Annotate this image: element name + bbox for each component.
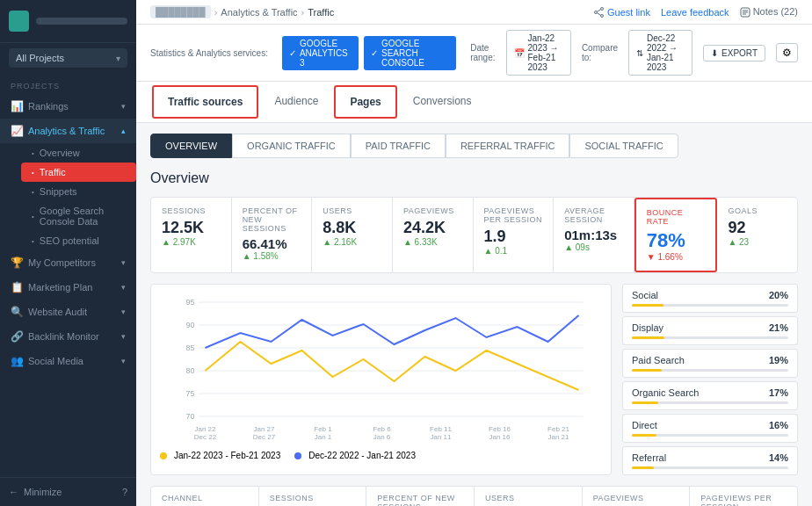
table-header: CHANNEL SESSIONS PERCENT OF NEW SESSIONS… <box>150 486 798 506</box>
analytics-icon: 📈 <box>11 125 23 137</box>
sidebar-sub-traffic[interactable]: • Traffic <box>21 163 136 182</box>
svg-text:Dec 22: Dec 22 <box>194 433 217 441</box>
svg-text:Jan 21: Jan 21 <box>547 433 569 441</box>
calendar-icon: 📅 <box>514 48 525 58</box>
sidebar-item-label: Rankings <box>28 101 69 112</box>
overview-title: Overview <box>150 170 798 186</box>
svg-point-1 <box>594 11 597 13</box>
sidebar-item-label: My Competitors <box>28 257 96 268</box>
sidebar-item-analytics[interactable]: 📈 Analytics & Traffic ▴ <box>0 119 136 143</box>
tab-pages[interactable]: Pages <box>334 85 396 119</box>
stat-sessions: SESSIONS 12.5K ▲ 2.97K <box>151 198 232 272</box>
svg-text:85: 85 <box>185 343 194 352</box>
notes-icon <box>740 7 750 18</box>
sidebar-sub-label: Traffic <box>40 167 66 177</box>
svg-text:Dec 27: Dec 27 <box>253 433 276 441</box>
main-tabs: Traffic sources Audience Pages Conversio… <box>136 82 812 123</box>
servicebar: Statistics & Analytics services: ✓ GOOGL… <box>136 25 812 82</box>
project-selector[interactable]: All Projects ▾ <box>9 48 127 68</box>
chart-section: 95 90 85 80 75 70 Jan 22 Dec 22 Jan <box>150 284 798 475</box>
main-content: ████████ › Analytics & Traffic › Traffic… <box>136 0 812 506</box>
sidebar-sub-overview[interactable]: • Overview <box>21 143 136 163</box>
chart-area: 95 90 85 80 75 70 Jan 22 Dec 22 Jan <box>150 284 612 475</box>
service-chips: ✓ GOOGLE ANALYTICS 3 ✓ GOOGLE SEARCH CON… <box>282 36 456 70</box>
dot-icon: • <box>32 237 34 245</box>
channel-direct: Direct 16% <box>622 414 798 443</box>
svg-text:Feb 16: Feb 16 <box>489 425 511 433</box>
sub-tab-paid[interactable]: PAID TRAFFIC <box>351 134 446 158</box>
legend-dot-compare <box>294 452 301 459</box>
sub-tab-referral[interactable]: REFERRAL TRAFFIC <box>446 134 570 158</box>
svg-text:Feb 11: Feb 11 <box>430 425 452 433</box>
svg-text:Feb 6: Feb 6 <box>373 425 391 433</box>
dot-icon: • <box>32 213 34 220</box>
sidebar: All Projects ▾ PROJECTS 📊 Rankings ▾ 📈 A… <box>0 0 136 506</box>
stat-pageviews-session: PAGEVIEWS PER SESSION 1.9 ▲ 0.1 <box>474 198 555 272</box>
sidebar-item-label: Marketing Plan <box>28 282 92 293</box>
breadcrumb: ████████ › Analytics & Traffic › Traffic <box>150 5 587 18</box>
analytics-submenu: • Overview • Traffic • Snippets • Google… <box>0 143 136 250</box>
content-inner: OVERVIEW ORGANIC TRAFFIC PAID TRAFFIC RE… <box>136 123 812 506</box>
svg-text:Jan 6: Jan 6 <box>373 433 391 441</box>
notes-button[interactable]: Notes (22) <box>740 6 798 18</box>
sub-tab-organic[interactable]: ORGANIC TRAFFIC <box>232 134 351 158</box>
gsc-chip[interactable]: ✓ GOOGLE SEARCH CONSOLE <box>364 36 456 70</box>
stat-users: USERS 8.8K ▲ 2.16K <box>312 198 393 272</box>
channel-organic: Organic Search 17% <box>622 381 798 410</box>
sidebar-sub-label: Google Search Console Data <box>40 206 126 227</box>
topbar-actions: Guest link Leave feedback Notes (22) <box>594 6 798 18</box>
sidebar-item-label: Analytics & Traffic <box>28 126 105 136</box>
sidebar-item-audit[interactable]: 🔍 Website Audit ▾ <box>0 300 136 324</box>
minimize-button[interactable]: ← Minimize ? <box>0 477 136 506</box>
export-button[interactable]: ⬇ EXPORT <box>703 45 765 61</box>
ga3-chip[interactable]: ✓ GOOGLE ANALYTICS 3 <box>282 36 359 70</box>
sidebar-sub-snippets[interactable]: • Snippets <box>21 182 136 201</box>
svg-text:Feb 21: Feb 21 <box>547 425 569 433</box>
tab-audience[interactable]: Audience <box>260 86 332 118</box>
tab-conversions[interactable]: Conversions <box>399 86 486 118</box>
sidebar-sub-seo[interactable]: • SEO potential <box>21 231 136 250</box>
guest-link[interactable]: Guest link <box>607 7 650 18</box>
svg-text:Jan 16: Jan 16 <box>489 433 511 441</box>
channel-sidebar: Social 20% Display 21% <box>622 284 798 475</box>
channel-paid-search: Paid Search 19% <box>622 349 798 378</box>
sub-tabs: OVERVIEW ORGANIC TRAFFIC PAID TRAFFIC RE… <box>150 134 798 158</box>
sidebar-item-rankings[interactable]: 📊 Rankings ▾ <box>0 94 136 119</box>
stat-goals: GOALS 92 ▲ 23 <box>717 198 797 272</box>
channel-social: Social 20% <box>622 284 798 313</box>
sidebar-sub-label: Overview <box>40 148 80 158</box>
help-icon[interactable]: ? <box>122 487 127 497</box>
competitors-icon: 🏆 <box>11 257 23 269</box>
sidebar-item-backlink[interactable]: 🔗 Backlink Monitor ▾ <box>0 324 136 349</box>
stat-new-sessions: PERCENT OF NEW SESSIONS 66.41% ▲ 1.58% <box>232 198 313 272</box>
sidebar-item-label: Website Audit <box>28 307 87 317</box>
svg-text:Jan 27: Jan 27 <box>253 425 275 433</box>
check-icon: ✓ <box>371 48 378 58</box>
sidebar-item-competitors[interactable]: 🏆 My Competitors ▾ <box>0 250 136 275</box>
sidebar-item-social[interactable]: 👥 Social Media ▾ <box>0 349 136 373</box>
projects-label: PROJECTS <box>0 73 136 94</box>
sub-tab-social[interactable]: SOCIAL TRAFFIC <box>569 134 678 158</box>
marketing-icon: 📋 <box>11 281 23 293</box>
th-pageviews: PAGEVIEWS <box>583 487 691 506</box>
sub-tab-overview[interactable]: OVERVIEW <box>150 134 232 158</box>
channel-referral: Referral 14% <box>622 446 798 475</box>
sidebar-item-marketing[interactable]: 📋 Marketing Plan ▾ <box>0 275 136 300</box>
th-sessions: SESSIONS <box>259 487 367 506</box>
download-icon: ⬇ <box>711 48 718 58</box>
backlink-icon: 🔗 <box>11 330 23 343</box>
settings-button[interactable]: ⚙ <box>776 43 798 62</box>
stat-pageviews: PAGEVIEWS 24.2K ▲ 6.33K <box>393 198 474 272</box>
legend-current: Jan-22 2023 - Feb-21 2023 <box>160 451 280 460</box>
tab-traffic-sources[interactable]: Traffic sources <box>152 85 258 119</box>
audit-icon: 🔍 <box>11 306 23 318</box>
social-icon: 👥 <box>11 355 23 367</box>
leave-feedback[interactable]: Leave feedback <box>661 7 729 18</box>
date-range-picker[interactable]: 📅 Jan-22 2023 → Feb-21 2023 <box>506 30 571 76</box>
compare-range-picker[interactable]: ⇅ Dec-22 2022 → Jan-21 2023 <box>628 30 692 76</box>
share-icon <box>594 7 605 18</box>
sidebar-sub-gsc[interactable]: • Google Search Console Data <box>21 201 136 231</box>
svg-text:Jan 11: Jan 11 <box>430 433 452 441</box>
svg-line-3 <box>597 9 600 11</box>
svg-point-0 <box>600 7 603 10</box>
